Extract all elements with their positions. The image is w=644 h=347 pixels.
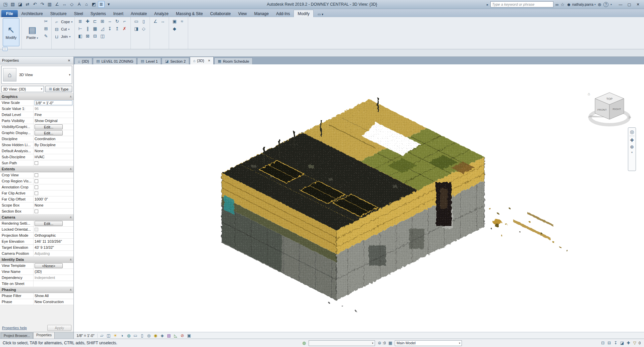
navigation-wheel-icon[interactable]: ◎ [630, 129, 634, 134]
property-value-crop-region-vis[interactable] [34, 178, 73, 184]
undo-icon[interactable]: ↶ [32, 1, 38, 8]
section-header-identity-data[interactable]: Identity Data∧ [0, 257, 73, 263]
view-tab-level-1[interactable]: ▤Level 1 [137, 58, 161, 64]
collapse-icon[interactable]: ∧ [69, 287, 72, 293]
apply-button[interactable]: Apply [47, 325, 71, 331]
split-icon[interactable]: ∥ [84, 25, 91, 32]
reveal-hidden-elements-icon[interactable]: ◉ [153, 333, 159, 338]
activate-controls-icon[interactable]: ◇ [140, 25, 147, 32]
sync-with-central-icon[interactable]: ⇄ [24, 1, 31, 8]
section-header-extents[interactable]: Extents∧ [0, 166, 73, 172]
dimension-tool-icon[interactable]: ↔ [159, 18, 166, 25]
rendering-setti-button[interactable]: Edit... [35, 221, 63, 226]
view-scale-input[interactable]: 1/8" = 1'-0" [35, 100, 72, 105]
worksets-icon[interactable]: ◍ [301, 341, 307, 345]
property-value-section-box[interactable] [34, 209, 73, 214]
section-header-camera[interactable]: Camera∧ [0, 215, 73, 221]
view-scale-button[interactable]: 1/8" = 1'-0" [76, 334, 98, 338]
favorites-star-icon[interactable]: ☆ [560, 2, 565, 7]
dropdown-arrow-icon[interactable]: ▾ [71, 20, 72, 23]
property-value-title-on-sheet[interactable] [34, 281, 73, 287]
view-tab-section-2[interactable]: ◪Section 2 [162, 58, 189, 64]
rotate-icon[interactable]: ↻ [114, 18, 120, 25]
property-value-phase[interactable]: New Construction [34, 299, 73, 305]
signin-user[interactable]: ☻ nathaly.parra ▾ [567, 2, 596, 7]
property-value-far-clip-offset[interactable]: 1000' 0" [34, 196, 73, 202]
viewcube-home-icon[interactable]: ⌂ [588, 92, 590, 96]
graphic-display-button[interactable]: Edit... [35, 130, 63, 135]
help-menu-arrow-icon[interactable]: ▾ [610, 3, 612, 6]
align-icon[interactable]: ≣ [77, 18, 84, 25]
property-value-visibility-graphi[interactable]: Edit... [34, 124, 73, 130]
checkbox-annotation-crop[interactable] [35, 185, 38, 189]
property-value-graphic-display[interactable]: Edit... [34, 130, 73, 136]
tab-project-browser[interactable]: Project Browser... [1, 333, 33, 339]
property-value-scale-value-1[interactable]: 96 [34, 106, 73, 112]
print-icon[interactable]: ▥ [46, 1, 53, 8]
temporary-hide-isolate-icon[interactable]: ◎ [146, 333, 152, 338]
checkbox-sun-path[interactable] [35, 161, 38, 165]
property-value-dependency[interactable]: Independent [34, 275, 73, 281]
close-properties-icon[interactable]: ✕ [67, 59, 71, 62]
mirror-icon[interactable]: ⇔ [106, 18, 113, 25]
split-face-icon[interactable]: ◫ [99, 33, 106, 40]
view-template-button[interactable]: <None> [35, 263, 63, 268]
checkbox-far-clip-active[interactable] [35, 191, 38, 195]
property-value-discipline[interactable]: Coordination [34, 136, 73, 142]
selection-load-icon[interactable]: ▯ [140, 18, 147, 25]
save-icon[interactable]: ◪ [17, 1, 23, 8]
selection-save-icon[interactable]: ▭ [133, 18, 140, 25]
property-value-eye-elevation[interactable]: 146' 11 103/256" [34, 239, 73, 244]
ribbon-tab-systems[interactable]: Systems [87, 10, 110, 17]
design-options-icon[interactable]: ▦ [387, 341, 393, 345]
cut-icon[interactable]: ⊟ [54, 27, 60, 32]
modify-tool-button[interactable]: ↖ Modify [3, 18, 19, 46]
close-view-tab-icon[interactable]: ✕ [208, 59, 211, 62]
property-value-scope-box[interactable]: None [34, 203, 73, 208]
section-icon[interactable]: ◩ [91, 1, 97, 8]
select-state-icon[interactable]: ▢ [3, 47, 7, 51]
selection-visibility-icon[interactable]: ▣ [186, 333, 192, 338]
dropdown-arrow-icon[interactable]: ▾ [68, 28, 69, 31]
aligned-dimension-icon[interactable]: ↔ [61, 1, 68, 8]
wall-joins-icon[interactable]: ⊟ [92, 33, 98, 40]
checkbox-locked-orientat[interactable] [35, 228, 38, 231]
scale-icon[interactable]: ◿ [99, 25, 106, 32]
type-selector-arrow-icon[interactable]: ▾ [69, 73, 70, 76]
extend-icon[interactable]: ⊢ [77, 25, 84, 32]
property-value-projection-mode[interactable]: Orthographic [34, 233, 73, 238]
section-header-phasing[interactable]: Phasing∧ [0, 287, 73, 293]
tab-properties[interactable]: Properties [33, 332, 55, 339]
zoom-icon[interactable]: ⊕ [630, 144, 634, 150]
ribbon-tab-architecture[interactable]: Architecture [18, 10, 47, 17]
checkbox-crop-view[interactable] [35, 173, 38, 177]
properties-help-link[interactable]: Properties help [2, 326, 27, 330]
view-tab-3d[interactable]: ⌂{3D}✕ [190, 57, 214, 64]
drag-on-selection-icon[interactable]: ✚ [626, 341, 631, 345]
crop-view-icon[interactable]: ▭ [132, 333, 139, 338]
ribbon-display-toggle-icon[interactable]: ▭ ▾ [316, 11, 325, 17]
property-value-locked-orientat[interactable] [34, 227, 73, 232]
user-menu-arrow-icon[interactable]: ▾ [594, 3, 596, 6]
property-value-sun-path[interactable] [34, 160, 73, 166]
select-underlay-icon[interactable]: ⊟ [606, 341, 612, 345]
type-selector[interactable]: ⌂ 3D View ▾ [1, 66, 72, 84]
viewcube-front-face[interactable]: FRONT [597, 108, 607, 111]
visual-style-icon[interactable]: ◫ [106, 333, 112, 338]
minimize-button[interactable]: — [616, 1, 625, 8]
select-links-icon[interactable]: ⊡ [600, 341, 606, 345]
dropdown-arrow-icon[interactable]: ▾ [69, 35, 70, 38]
pan-icon[interactable]: ✚ [630, 137, 634, 143]
delete-icon[interactable]: ✗ [121, 25, 128, 32]
ribbon-tab-analyze[interactable]: Analyze [151, 10, 172, 17]
edit-type-button[interactable]: ⊞ Edit Type [45, 86, 72, 92]
property-value-default-analysis[interactable]: None [34, 148, 73, 154]
create-similar-icon[interactable]: ≈ [178, 18, 185, 25]
view-tab-room-schedule[interactable]: ▦Room Schedule [214, 58, 253, 64]
filter-icon[interactable]: ▽ [632, 341, 638, 345]
paint-icon[interactable]: ◧ [77, 33, 84, 40]
view-cube[interactable]: TOP FRONT RIGHT ⌂ [584, 85, 635, 133]
ribbon-tab-collaborate[interactable]: Collaborate [207, 10, 234, 17]
collapse-icon[interactable]: ∧ [69, 215, 72, 220]
property-value-show-hidden-li[interactable]: By Discipline [34, 142, 73, 148]
